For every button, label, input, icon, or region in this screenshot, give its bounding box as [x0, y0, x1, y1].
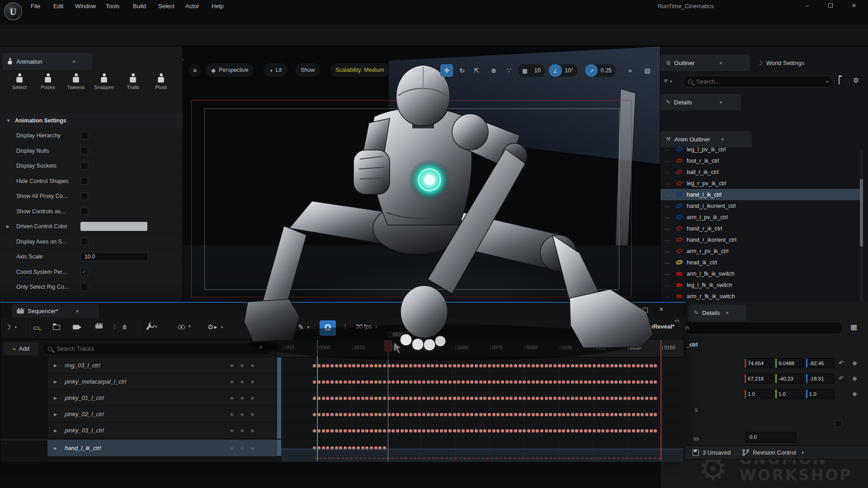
keyframe-dot[interactable] — [392, 397, 395, 400]
keyframe-dot[interactable] — [601, 364, 604, 367]
keyframe-dot[interactable] — [505, 380, 509, 384]
keyframe-dot[interactable] — [317, 397, 321, 400]
keyframe-dot[interactable] — [414, 413, 417, 416]
track-row-pinky_metacarpal_l_ctrl[interactable]: ▶pinky_metacarpal_l_ctrl◆◆◆ — [0, 374, 277, 390]
keyframe-dot[interactable] — [330, 397, 334, 400]
keyframe-dot[interactable] — [553, 413, 557, 416]
keyframe-dot[interactable] — [396, 429, 399, 432]
keyframe-dot[interactable] — [562, 397, 565, 400]
keyframe-dot[interactable] — [409, 380, 412, 384]
add-key-icon[interactable]: ◆ — [241, 363, 244, 368]
keyframe-dot[interactable] — [488, 364, 491, 367]
keyframe-dot[interactable] — [645, 380, 648, 384]
settings-control[interactable]: ✓ — [80, 268, 88, 276]
anim-outliner-item-hand_r_ikorient_ctrl[interactable]: —hand_r_ikorient_ctrl — [660, 234, 863, 245]
keyframe-dot[interactable] — [593, 413, 596, 416]
keyframe-dot[interactable] — [536, 380, 539, 384]
keyframe-dot[interactable] — [405, 364, 408, 367]
add-track-button[interactable]: + Add — [3, 342, 38, 355]
keyframe-dot[interactable] — [414, 380, 417, 384]
keyframe-dot[interactable] — [401, 429, 404, 432]
revision-control-dropdown[interactable]: Revision Control ▾ — [742, 449, 804, 456]
anim-outliner-item-arm_r_fk_ik_switch[interactable]: —arm_r_fk_ik_switch — [660, 291, 863, 302]
keyframe-dot[interactable] — [597, 364, 600, 367]
keyframe-dot[interactable] — [584, 380, 587, 384]
menu-item-build[interactable]: Build — [130, 0, 149, 13]
tab-anim-outliner[interactable]: ⚒ Anim Outliner × — [660, 131, 752, 147]
unreal-logo-icon[interactable]: U — [4, 2, 22, 20]
keyframe-dot[interactable] — [527, 429, 530, 432]
keyframe-dot[interactable] — [575, 413, 578, 416]
keyframe-dot[interactable] — [584, 429, 587, 432]
keyframe-dot[interactable] — [514, 397, 517, 400]
keyframe-dot[interactable] — [457, 429, 460, 432]
anim-outliner-item-arm_r_pv_ik_ctrl[interactable]: —arm_r_pv_ik_ctrl — [660, 245, 863, 257]
keyframe-dot[interactable] — [584, 413, 587, 416]
keyframe-dot[interactable] — [326, 429, 329, 432]
keyframe-dot[interactable] — [575, 429, 578, 432]
keyframe-dot[interactable] — [348, 413, 351, 416]
keyframe-dot[interactable] — [479, 413, 482, 416]
outliner-settings-gear-icon[interactable]: ⚙ — [853, 76, 859, 84]
keyframe-dot[interactable] — [470, 413, 473, 416]
keyframe-dot[interactable] — [571, 397, 574, 400]
keyframe-dot[interactable] — [444, 364, 447, 367]
show-dropdown[interactable]: Show — [295, 63, 320, 77]
keyframe-dot[interactable] — [654, 413, 657, 416]
keyframe-dot[interactable] — [588, 429, 591, 432]
more-options-icon[interactable]: ⋮ — [112, 323, 118, 330]
keyframe-dot[interactable] — [348, 429, 351, 432]
keyframe-dot[interactable] — [606, 364, 609, 367]
next-key-icon[interactable]: ◆ — [250, 379, 254, 384]
maximize-button[interactable] — [823, 0, 838, 12]
keyframe-dot[interactable] — [593, 364, 596, 367]
keyframe-dot[interactable] — [418, 364, 421, 367]
menu-item-help[interactable]: Help — [209, 0, 226, 13]
keyframe-dot[interactable] — [584, 397, 587, 400]
keyframe-dot[interactable] — [527, 413, 530, 416]
keyframe-dot[interactable] — [344, 364, 347, 367]
keyframe-dot[interactable] — [317, 380, 321, 384]
keyframe-dot[interactable] — [514, 380, 517, 384]
keyframe-dot[interactable] — [470, 380, 473, 384]
keyframe-dot[interactable] — [601, 429, 604, 432]
settings-control[interactable] — [80, 192, 88, 200]
keyframe-dot[interactable] — [549, 380, 552, 384]
keyframe-dot[interactable] — [575, 397, 578, 400]
keyframe-dot[interactable] — [623, 397, 627, 400]
keyframe-dot[interactable] — [440, 364, 443, 367]
keyframe-dot[interactable] — [339, 429, 342, 432]
keyframe-dot[interactable] — [462, 413, 465, 416]
keyframe-dot[interactable] — [339, 413, 342, 416]
keyframe-dot[interactable] — [453, 364, 456, 367]
transform-value-field[interactable]: -40.23 — [775, 374, 804, 384]
settings-control[interactable]: 10.0 — [80, 252, 148, 261]
keyframe-dot[interactable] — [509, 364, 513, 367]
keyframe-dot[interactable] — [488, 413, 491, 416]
keyframe-dot[interactable] — [496, 429, 500, 432]
keyframe-dot[interactable] — [514, 364, 517, 367]
keyframe-dot[interactable] — [396, 397, 399, 400]
keyframe-dot[interactable] — [448, 364, 452, 367]
keyframe-dot[interactable] — [435, 397, 439, 400]
keyframe-dot[interactable] — [352, 397, 355, 400]
keyframe-dot[interactable] — [601, 397, 604, 400]
keyframe-dot[interactable] — [344, 429, 347, 432]
keyframe-dot[interactable] — [317, 429, 321, 432]
keyframe-dot[interactable] — [352, 364, 355, 367]
keyframe-dot[interactable] — [610, 429, 613, 432]
keyframe-dot[interactable] — [654, 429, 657, 432]
close-button[interactable]: ✕ — [659, 306, 664, 313]
keyframe-dot[interactable] — [435, 364, 439, 367]
transform-value-field[interactable]: -82.45 — [806, 358, 835, 368]
extra-value-field[interactable]: 0.0 — [745, 432, 796, 442]
keyframe-dot[interactable] — [462, 397, 465, 400]
keyframe-dot[interactable] — [641, 397, 644, 400]
keyframe-dot[interactable] — [650, 380, 653, 384]
keyframe-dot[interactable] — [401, 364, 404, 367]
keyframe-dot[interactable] — [453, 429, 456, 432]
move-tool-icon[interactable]: ✥ — [440, 64, 453, 77]
keyframe-dot[interactable] — [475, 413, 478, 416]
keyframe-dot[interactable] — [571, 380, 574, 384]
keyframe-dot[interactable] — [435, 413, 439, 416]
